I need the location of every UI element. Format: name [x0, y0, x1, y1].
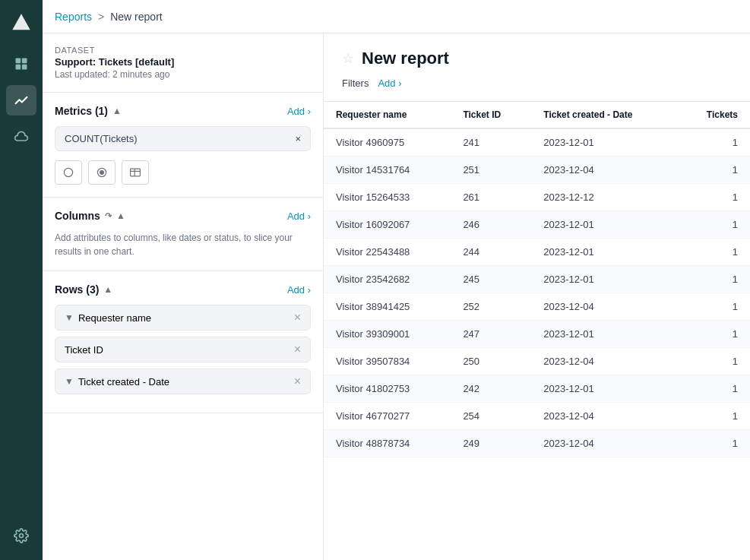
cell-date: 2023-12-01 — [531, 128, 678, 157]
col-header-ticket-id: Ticket ID — [451, 102, 531, 128]
cell-requester: Visitor 16092067 — [324, 211, 451, 239]
right-panel: ☆ New report Filters Add › Requester nam… — [324, 33, 750, 560]
row-requester-remove-button[interactable]: × — [294, 312, 301, 324]
table-row: Visitor 41802753 242 2023-12-01 1 — [324, 375, 750, 403]
report-title: New report — [362, 49, 449, 68]
sidebar-settings-icon[interactable] — [6, 520, 36, 551]
table-row: Visitor 46770277 254 2023-12-04 1 — [324, 403, 750, 430]
cell-tickets: 1 — [678, 184, 750, 211]
cell-ticket-id: 245 — [451, 266, 531, 293]
table-row: Visitor 23542682 245 2023-12-01 1 — [324, 266, 750, 293]
row-tag-ticket-id: Ticket ID × — [55, 337, 311, 362]
dataset-section: Dataset Support: Tickets [default] Last … — [43, 33, 323, 93]
rows-chevron-icon: ▲ — [103, 284, 112, 295]
columns-add-button[interactable]: Add › — [287, 210, 311, 222]
filters-bar: Filters Add › — [342, 78, 732, 89]
sidebar-home-icon[interactable] — [6, 49, 36, 79]
svg-rect-9 — [131, 169, 141, 176]
cell-tickets: 1 — [678, 211, 750, 239]
svg-rect-1 — [16, 59, 21, 64]
col-header-date: Ticket created - Date — [531, 102, 678, 128]
table-row: Visitor 22543488 244 2023-12-01 1 — [324, 239, 750, 266]
viz-icons-group — [55, 160, 311, 185]
cell-ticket-id: 247 — [451, 321, 531, 348]
content-area: Dataset Support: Tickets [default] Last … — [43, 33, 750, 560]
dataset-label: Dataset — [55, 46, 311, 55]
metrics-add-button[interactable]: Add › — [287, 106, 311, 117]
viz-circle-icon-button[interactable] — [55, 160, 82, 185]
cell-tickets: 1 — [678, 128, 750, 157]
svg-rect-3 — [16, 65, 21, 70]
cell-tickets: 1 — [678, 321, 750, 348]
table-row: Visitor 4960975 241 2023-12-01 1 — [324, 128, 750, 157]
cell-requester: Visitor 38941425 — [324, 293, 451, 321]
cell-date: 2023-12-04 — [531, 348, 678, 375]
results-table: Requester name Ticket ID Ticket created … — [324, 102, 750, 457]
row-ticket-id-remove-button[interactable]: × — [294, 343, 301, 356]
rows-add-button[interactable]: Add › — [287, 284, 311, 296]
cell-date: 2023-12-01 — [531, 321, 678, 348]
filter-icon-date: ▼ — [65, 376, 74, 387]
cell-requester: Visitor 4960975 — [324, 128, 451, 157]
breadcrumb-current: New report — [110, 11, 162, 23]
cell-ticket-id: 246 — [451, 211, 531, 239]
row-tag-ticket-date-label: Ticket created - Date — [78, 376, 169, 388]
metric-tag-label: COUNT(Tickets) — [65, 133, 138, 144]
cell-requester: Visitor 39309001 — [324, 321, 451, 348]
cell-date: 2023-12-04 — [531, 293, 678, 321]
viz-table-icon-button[interactable] — [122, 160, 149, 185]
table-row: Visitor 39309001 247 2023-12-01 1 — [324, 321, 750, 348]
table-body: Visitor 4960975 241 2023-12-01 1 Visitor… — [324, 128, 750, 457]
cell-date: 2023-12-01 — [531, 211, 678, 239]
left-panel: Dataset Support: Tickets [default] Last … — [43, 33, 324, 560]
columns-header: Columns ↷ ▲ Add › — [55, 210, 311, 222]
metric-remove-button[interactable]: × — [295, 134, 301, 144]
main-area: Reports > New report Dataset Support: Ti… — [43, 0, 750, 560]
cell-ticket-id: 254 — [451, 403, 531, 430]
cell-date: 2023-12-04 — [531, 403, 678, 430]
table-row: Visitor 15264533 261 2023-12-12 1 — [324, 184, 750, 211]
logo[interactable] — [8, 9, 35, 36]
columns-arrow-icon: ↷ — [105, 211, 112, 221]
sidebar-chart-icon[interactable] — [6, 85, 36, 115]
row-tag-ticket-date: ▼ Ticket created - Date × — [55, 369, 311, 394]
cell-tickets: 1 — [678, 239, 750, 266]
row-tag-requester-label: Requester name — [78, 312, 151, 324]
columns-title: Columns ↷ ▲ — [55, 210, 125, 222]
table-row: Visitor 48878734 249 2023-12-04 1 — [324, 430, 750, 457]
col-header-tickets: Tickets — [678, 102, 750, 128]
star-icon[interactable]: ☆ — [342, 50, 354, 67]
report-title-row: ☆ New report — [342, 49, 732, 68]
cell-tickets: 1 — [678, 157, 750, 184]
sidebar — [0, 0, 43, 560]
cell-tickets: 1 — [678, 348, 750, 375]
cell-ticket-id: 250 — [451, 348, 531, 375]
svg-marker-0 — [12, 14, 30, 30]
cell-date: 2023-12-01 — [531, 266, 678, 293]
table-row: Visitor 14531764 251 2023-12-04 1 — [324, 157, 750, 184]
row-tag-requester: ▼ Requester name × — [55, 305, 311, 331]
report-header: ☆ New report Filters Add › — [324, 33, 750, 102]
table-row: Visitor 39507834 250 2023-12-04 1 — [324, 348, 750, 375]
filters-add-button[interactable]: Add › — [378, 78, 401, 89]
dataset-updated: Last updated: 2 minutes ago — [55, 69, 311, 80]
columns-section: Columns ↷ ▲ Add › Add attributes to colu… — [43, 198, 323, 271]
cell-ticket-id: 241 — [451, 128, 531, 157]
table-row: Visitor 38941425 252 2023-12-04 1 — [324, 293, 750, 321]
columns-chevron-icon: ▲ — [116, 210, 125, 221]
metrics-title: Metrics (1) ▲ — [55, 105, 122, 117]
row-ticket-date-remove-button[interactable]: × — [294, 375, 301, 388]
rows-header: Rows (3) ▲ Add › — [55, 283, 311, 296]
cell-requester: Visitor 39507834 — [324, 348, 451, 375]
cell-date: 2023-12-01 — [531, 239, 678, 266]
dataset-name: Support: Tickets [default] — [55, 56, 311, 68]
reports-link[interactable]: Reports — [55, 11, 92, 23]
rows-title: Rows (3) ▲ — [55, 283, 112, 296]
cell-requester: Visitor 15264533 — [324, 184, 451, 211]
cell-date: 2023-12-01 — [531, 375, 678, 403]
rows-section: Rows (3) ▲ Add › ▼ Requester name × Tick… — [43, 271, 323, 413]
cell-requester: Visitor 22543488 — [324, 239, 451, 266]
viz-radio-icon-button[interactable] — [88, 160, 116, 185]
sidebar-cloud-icon[interactable] — [6, 122, 36, 152]
col-header-requester: Requester name — [324, 102, 451, 128]
